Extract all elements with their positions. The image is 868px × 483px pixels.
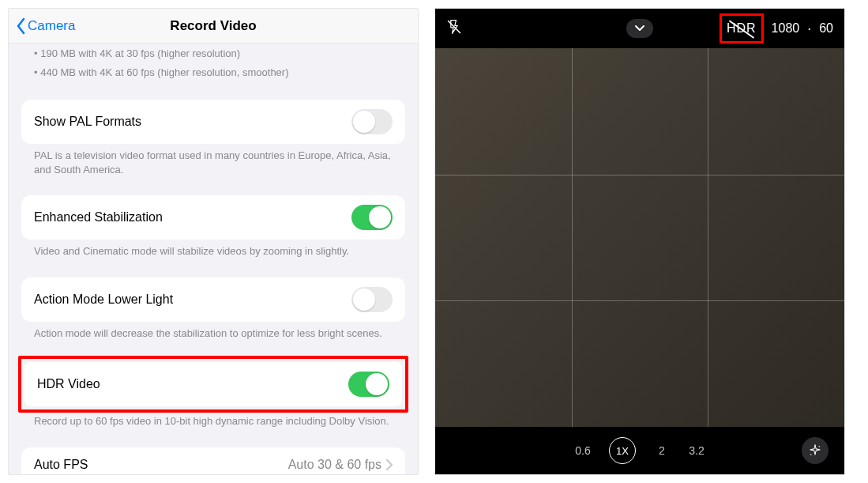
- toggle-pal[interactable]: [351, 109, 393, 134]
- chevron-right-icon: [386, 459, 393, 470]
- camera-zoom-bar: 0.6 1X 2 3.2: [435, 427, 844, 474]
- grid-line-h2: [435, 300, 844, 301]
- back-button[interactable]: Camera: [15, 17, 75, 35]
- row-show-pal-formats[interactable]: Show PAL Formats: [21, 100, 405, 144]
- camera-app-screen: HDR 1080 · 60 0.6 1X 2 3.2: [434, 8, 845, 475]
- flash-off-button[interactable]: [446, 19, 462, 38]
- back-label: Camera: [28, 18, 75, 34]
- fps-button[interactable]: 60: [819, 21, 833, 36]
- sparkle-icon: [808, 443, 822, 458]
- hdr-toggle-button[interactable]: HDR: [727, 21, 757, 36]
- highlight-hdr-indicator: HDR: [720, 13, 764, 43]
- row-hdr-video[interactable]: HDR Video: [24, 362, 402, 406]
- svg-point-2: [810, 455, 812, 456]
- row-footer-pal: PAL is a television video format used in…: [21, 144, 405, 176]
- row-title: Action Mode Lower Light: [34, 292, 173, 307]
- row-footer-hdr: Record up to 60 fps video in 10-bit high…: [21, 409, 405, 428]
- row-auto-fps[interactable]: Auto FPS Auto 30 & 60 fps: [21, 447, 405, 474]
- camera-viewfinder[interactable]: [435, 48, 844, 427]
- toggle-stabilization[interactable]: [351, 205, 393, 230]
- svg-point-1: [819, 446, 821, 447]
- row-footer-stab: Video and Cinematic mode will stabilize …: [21, 240, 405, 258]
- settings-content: 190 MB with 4K at 30 fps (higher resolut…: [9, 43, 418, 474]
- toggle-action-mode[interactable]: [351, 287, 393, 312]
- zoom-level-2[interactable]: 2: [653, 444, 671, 457]
- camera-top-right: HDR 1080 · 60: [720, 13, 833, 43]
- zoom-label: 1X: [616, 445, 629, 457]
- grid-line-v1: [572, 48, 573, 427]
- row-value-text: Auto 30 & 60 fps: [288, 458, 381, 472]
- grid-line-h1: [435, 175, 844, 175]
- row-footer-action: Action mode will decrease the stabilizat…: [21, 322, 405, 341]
- flash-off-icon: [446, 19, 462, 35]
- grid-line-v2: [708, 48, 708, 427]
- zoom-level-0[interactable]: 0.6: [574, 444, 592, 457]
- resolution-button[interactable]: 1080: [772, 21, 800, 36]
- row-enhanced-stabilization[interactable]: Enhanced Stabilization: [21, 195, 405, 240]
- camera-top-bar: HDR 1080 · 60: [435, 9, 844, 48]
- settings-header: Camera Record Video: [9, 9, 418, 43]
- toggle-hdr-video[interactable]: [348, 372, 389, 397]
- storage-info-line-2: 440 MB with 4K at 60 fps (higher resolut…: [21, 62, 405, 81]
- camera-controls-expand-button[interactable]: [626, 19, 653, 38]
- effects-button[interactable]: [802, 437, 829, 464]
- row-title: HDR Video: [37, 377, 100, 391]
- zoom-level-3[interactable]: 3.2: [688, 444, 705, 457]
- row-title: Enhanced Stabilization: [34, 210, 163, 225]
- row-title: Auto FPS: [34, 458, 88, 472]
- chevron-left-icon: [15, 17, 26, 35]
- settings-record-video-screen: Camera Record Video 190 MB with 4K at 30…: [8, 8, 419, 475]
- page-title: Record Video: [170, 18, 256, 34]
- dot-separator-icon: ·: [807, 21, 811, 36]
- zoom-level-1-active[interactable]: 1X: [609, 437, 636, 464]
- storage-info-line-1: 190 MB with 4K at 30 fps (higher resolut…: [21, 43, 405, 62]
- row-action-mode-lower-light[interactable]: Action Mode Lower Light: [21, 277, 405, 322]
- row-title: Show PAL Formats: [34, 115, 141, 129]
- chevron-down-icon: [634, 25, 645, 32]
- row-value-auto-fps: Auto 30 & 60 fps: [288, 458, 393, 472]
- highlight-hdr-video: HDR Video: [18, 356, 408, 413]
